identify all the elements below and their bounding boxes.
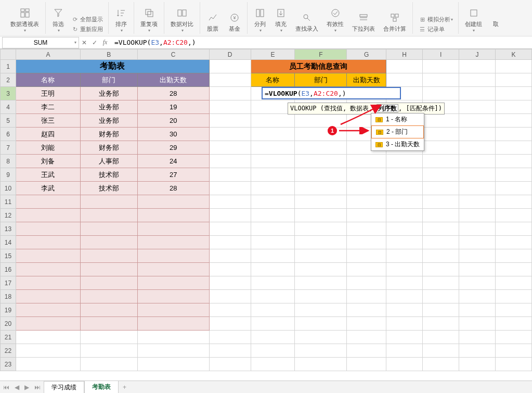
row-header-14[interactable]: 14	[1, 236, 16, 249]
cell-D10[interactable]	[209, 182, 251, 195]
cell-C5[interactable]: 20	[137, 114, 209, 128]
cell-J20[interactable]	[459, 317, 496, 331]
formula-input[interactable]: =VLOOKUP(E3,A2:C20,)	[110, 39, 532, 46]
cell-A13[interactable]	[16, 222, 80, 236]
cell-A3[interactable]: 王明	[16, 87, 80, 100]
cell-K3[interactable]	[495, 87, 531, 100]
cell-K7[interactable]	[495, 141, 531, 155]
col-header-C[interactable]: C	[137, 49, 209, 60]
cell-D9[interactable]	[209, 168, 251, 182]
cell-K11[interactable]	[495, 195, 531, 209]
row-header-9[interactable]: 9	[1, 168, 16, 182]
cell-C2[interactable]: 出勤天数	[137, 73, 209, 87]
simul-button[interactable]: ⊞模拟分析▾	[417, 15, 454, 24]
cell-B23[interactable]	[80, 358, 137, 371]
cell-G13[interactable]	[347, 222, 386, 236]
cell-H21[interactable]	[386, 331, 423, 344]
sheet-tab-1[interactable]: 学习成绩	[44, 381, 84, 394]
cell-C21[interactable]	[137, 331, 209, 344]
cell-G21[interactable]	[347, 331, 386, 344]
cell-I12[interactable]	[423, 209, 459, 222]
col-header-G[interactable]: G	[347, 49, 386, 60]
cell-A12[interactable]	[16, 209, 80, 222]
cell-F2[interactable]: 部门	[295, 73, 347, 87]
row-header-2[interactable]: 2	[1, 73, 16, 87]
cell-I18[interactable]	[423, 290, 459, 303]
row-header-19[interactable]: 19	[1, 303, 16, 317]
cell-J8[interactable]	[459, 155, 496, 168]
cell-C20[interactable]	[137, 317, 209, 331]
cell-G18[interactable]	[347, 290, 386, 303]
active-editing-cell[interactable]: =VLOOKUP(E3,A2:C20,)	[262, 87, 401, 99]
cell-B10[interactable]: 技术部	[80, 182, 137, 195]
dropdown-button[interactable]: 下拉列表	[350, 10, 377, 34]
cell-K8[interactable]	[495, 155, 531, 168]
fx-button[interactable]: fx	[100, 39, 110, 46]
cell-F21[interactable]	[295, 331, 347, 344]
dedup-button[interactable]: 重复项▾	[138, 6, 160, 34]
row-header-12[interactable]: 12	[1, 209, 16, 222]
cell-G15[interactable]	[347, 249, 386, 263]
cell-G22[interactable]	[347, 344, 386, 358]
cell-K14[interactable]	[495, 236, 531, 249]
cell-A16[interactable]	[16, 263, 80, 276]
cell-K17[interactable]	[495, 276, 531, 290]
name-box[interactable]: SUM ▾	[2, 37, 79, 48]
cell-C22[interactable]	[137, 344, 209, 358]
cell-E16[interactable]	[251, 263, 295, 276]
row-header-8[interactable]: 8	[1, 155, 16, 168]
cell-E17[interactable]	[251, 276, 295, 290]
cell-E7[interactable]	[251, 141, 295, 155]
cell-E10[interactable]	[251, 182, 295, 195]
cell-K1[interactable]	[495, 60, 531, 73]
cell-B13[interactable]	[80, 222, 137, 236]
cell-H14[interactable]	[386, 236, 423, 249]
cell-E9[interactable]	[251, 168, 295, 182]
cell-D15[interactable]	[209, 249, 251, 263]
sheet-nav-last[interactable]: ⏭	[34, 384, 41, 391]
cell-D2[interactable]	[209, 73, 251, 87]
cell-E13[interactable]	[251, 222, 295, 236]
row-header-13[interactable]: 13	[1, 222, 16, 236]
cell-G17[interactable]	[347, 276, 386, 290]
cell-A19[interactable]	[16, 303, 80, 317]
cell-D23[interactable]	[209, 358, 251, 371]
cell-E8[interactable]	[251, 155, 295, 168]
cell-A5[interactable]: 张三	[16, 114, 80, 128]
row-header-15[interactable]: 15	[1, 249, 16, 263]
cell-A23[interactable]	[16, 358, 80, 371]
cell-F22[interactable]	[295, 344, 347, 358]
cell-F15[interactable]	[295, 249, 347, 263]
cell-A14[interactable]	[16, 236, 80, 249]
cell-G19[interactable]	[347, 303, 386, 317]
select-all-corner[interactable]	[1, 49, 16, 60]
cell-J19[interactable]	[459, 303, 496, 317]
cell-B17[interactable]	[80, 276, 137, 290]
cell-I6[interactable]	[423, 128, 459, 141]
cell-K12[interactable]	[495, 209, 531, 222]
cell-I23[interactable]	[423, 358, 459, 371]
cell-A17[interactable]	[16, 276, 80, 290]
cell-H9[interactable]	[386, 168, 423, 182]
row-header-7[interactable]: 7	[1, 141, 16, 155]
row-header-4[interactable]: 4	[1, 100, 16, 114]
cell-K23[interactable]	[495, 358, 531, 371]
col-header-J[interactable]: J	[459, 49, 496, 60]
row-header-5[interactable]: 5	[1, 114, 16, 128]
cell-G20[interactable]	[347, 317, 386, 331]
cell-B15[interactable]	[80, 249, 137, 263]
cell-D18[interactable]	[209, 290, 251, 303]
cell-D4[interactable]	[209, 100, 251, 114]
cell-K15[interactable]	[495, 249, 531, 263]
cell-C17[interactable]	[137, 276, 209, 290]
cancel-button[interactable]: 取	[487, 6, 504, 34]
cell-D12[interactable]	[209, 209, 251, 222]
cell-J16[interactable]	[459, 263, 496, 276]
cell-C15[interactable]	[137, 249, 209, 263]
cell-D22[interactable]	[209, 344, 251, 358]
cell-I10[interactable]	[423, 182, 459, 195]
cell-E6[interactable]	[251, 128, 295, 141]
cell-C9[interactable]: 27	[137, 168, 209, 182]
cell-I21[interactable]	[423, 331, 459, 344]
cell-H16[interactable]	[386, 263, 423, 276]
